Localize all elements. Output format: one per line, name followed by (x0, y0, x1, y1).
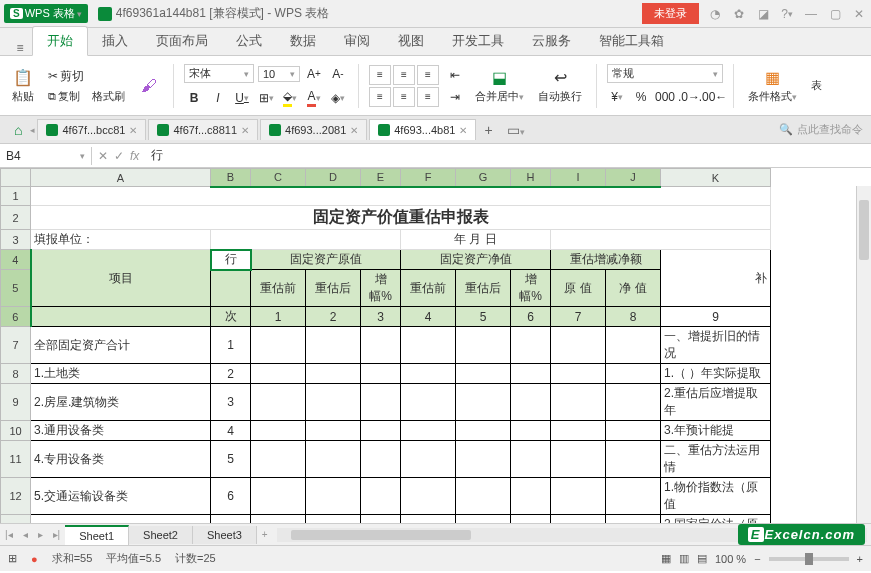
row-header[interactable]: 10 (1, 421, 31, 441)
paste-button[interactable]: 📋 粘贴 (8, 65, 38, 106)
col-header[interactable]: E (361, 169, 401, 187)
tab-formula[interactable]: 公式 (222, 27, 276, 55)
percent-button[interactable]: % (631, 87, 651, 107)
sheet-nav-first[interactable]: |◂ (0, 529, 18, 540)
close-tab-icon[interactable]: ✕ (241, 125, 249, 136)
increase-decimal-button[interactable]: .0→ (679, 87, 699, 107)
tab-data[interactable]: 数据 (276, 27, 330, 55)
tab-view[interactable]: 视图 (384, 27, 438, 55)
zoom-out-button[interactable]: − (754, 553, 760, 565)
fx-icon[interactable]: fx (130, 149, 139, 163)
workbook-tab[interactable]: 4f693...2081✕ (260, 119, 367, 140)
row-header[interactable]: 6 (1, 307, 31, 327)
font-size-select[interactable]: 10▾ (258, 66, 300, 82)
view-break-icon[interactable]: ▤ (697, 552, 707, 565)
close-tab-icon[interactable]: ✕ (129, 125, 137, 136)
conditional-format-button[interactable]: ▦ 条件格式▾ (744, 65, 801, 106)
col-header[interactable]: H (511, 169, 551, 187)
col-header[interactable]: I (551, 169, 606, 187)
row-header[interactable]: 3 (1, 230, 31, 250)
workbook-tab[interactable]: 4f67f...c8811✕ (148, 119, 258, 140)
align-right-button[interactable]: ≡ (417, 87, 439, 107)
skin-icon[interactable]: ◪ (755, 6, 771, 22)
sheet-tab-2[interactable]: Sheet2 (129, 526, 193, 544)
view-page-icon[interactable]: ▥ (679, 552, 689, 565)
tab-list-button[interactable]: ▭▾ (501, 120, 531, 140)
auto-wrap-button[interactable]: ↩ 自动换行 (534, 65, 586, 106)
close-tab-icon[interactable]: ✕ (459, 125, 467, 136)
close-button[interactable]: ✕ (851, 6, 867, 22)
comma-button[interactable]: 000 (655, 87, 675, 107)
settings-icon[interactable]: ✿ (731, 6, 747, 22)
col-header[interactable]: A (31, 169, 211, 187)
bold-button[interactable]: B (184, 88, 204, 108)
record-icon[interactable]: ● (31, 553, 38, 565)
maximize-button[interactable]: ▢ (827, 6, 843, 22)
command-search[interactable]: 🔍 点此查找命令 (779, 122, 863, 137)
increase-font-button[interactable]: A+ (304, 64, 324, 84)
name-box[interactable]: B4▾ (0, 147, 92, 165)
scrollbar-thumb[interactable] (859, 200, 869, 260)
row-header[interactable]: 13 (1, 515, 31, 524)
workbook-tab-active[interactable]: 4f693...4b81✕ (369, 119, 476, 140)
cut-button[interactable]: ✂剪切 (44, 67, 129, 86)
underline-button[interactable]: U▾ (232, 88, 252, 108)
sheet-nav-last[interactable]: ▸| (48, 529, 66, 540)
tab-layout[interactable]: 页面布局 (142, 27, 222, 55)
tab-smart[interactable]: 智能工具箱 (585, 27, 678, 55)
tab-cloud[interactable]: 云服务 (518, 27, 585, 55)
row-header[interactable]: 9 (1, 384, 31, 421)
confirm-edit-icon[interactable]: ✓ (114, 149, 124, 163)
col-header[interactable]: B (211, 169, 251, 187)
border-button[interactable]: ⊞▾ (256, 88, 276, 108)
align-center-button[interactable]: ≡ (393, 87, 415, 107)
formula-input[interactable]: 行 (145, 145, 871, 166)
close-tab-icon[interactable]: ✕ (350, 125, 358, 136)
cloud-icon[interactable]: ◔ (707, 6, 723, 22)
select-all-corner[interactable] (1, 169, 31, 187)
zoom-value[interactable]: 100 % (715, 553, 746, 565)
currency-button[interactable]: ¥▾ (607, 87, 627, 107)
decrease-font-button[interactable]: A- (328, 64, 348, 84)
sheet-tab-1[interactable]: Sheet1 (65, 525, 129, 545)
copy-button[interactable]: ⧉复制 (44, 88, 84, 105)
row-header[interactable]: 1 (1, 187, 31, 206)
align-left-button[interactable]: ≡ (369, 87, 391, 107)
col-header[interactable]: J (606, 169, 661, 187)
vertical-scrollbar[interactable] (856, 186, 871, 523)
tab-insert[interactable]: 插入 (88, 27, 142, 55)
format-painter-button[interactable]: 格式刷 (88, 88, 129, 105)
col-header[interactable]: G (456, 169, 511, 187)
home-icon[interactable]: ⌂ (8, 122, 28, 138)
indent-decrease-button[interactable]: ⇤ (445, 65, 465, 85)
merge-center-button[interactable]: ⬓ 合并居中▾ (471, 65, 528, 106)
minimize-button[interactable]: — (803, 6, 819, 22)
sheet-nav-next[interactable]: ▸ (33, 529, 48, 540)
row-header[interactable]: 8 (1, 364, 31, 384)
align-bottom-button[interactable]: ≡ (417, 65, 439, 85)
row-header[interactable]: 7 (1, 327, 31, 364)
indent-increase-button[interactable]: ⇥ (445, 87, 465, 107)
format-brush-button[interactable]: 🖌 (135, 74, 163, 98)
col-header[interactable]: C (251, 169, 306, 187)
number-format-select[interactable]: 常规▾ (607, 64, 723, 83)
sheet-tab-3[interactable]: Sheet3 (193, 526, 257, 544)
tab-dev[interactable]: 开发工具 (438, 27, 518, 55)
col-header[interactable]: D (306, 169, 361, 187)
font-name-select[interactable]: 宋体▾ (184, 64, 254, 83)
decrease-decimal-button[interactable]: .00← (703, 87, 723, 107)
fill-color-button[interactable]: ⬙▾ (280, 88, 300, 108)
hamburger-menu-icon[interactable]: ≡ (8, 41, 32, 55)
table-button[interactable]: 表 (807, 76, 826, 95)
app-menu-dropdown-icon[interactable]: ▾ (77, 9, 82, 19)
col-header[interactable]: F (401, 169, 456, 187)
help-icon[interactable]: ?▾ (779, 6, 795, 22)
new-tab-button[interactable]: + (478, 120, 498, 140)
row-header[interactable]: 5 (1, 270, 31, 307)
login-button[interactable]: 未登录 (642, 3, 699, 24)
row-header[interactable]: 2 (1, 206, 31, 230)
tab-start[interactable]: 开始 (32, 26, 88, 56)
add-sheet-button[interactable]: + (257, 529, 273, 540)
font-color-button[interactable]: A▾ (304, 88, 324, 108)
row-header[interactable]: 4 (1, 250, 31, 270)
